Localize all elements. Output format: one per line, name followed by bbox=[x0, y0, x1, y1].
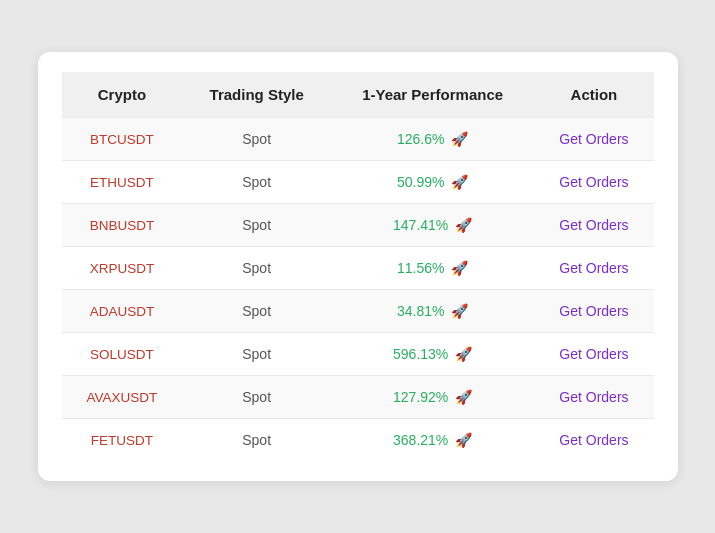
action-cell: Get Orders bbox=[534, 161, 653, 204]
action-cell: Get Orders bbox=[534, 419, 653, 462]
get-orders-link[interactable]: Get Orders bbox=[559, 174, 628, 190]
crypto-name: ADAUSDT bbox=[62, 290, 183, 333]
get-orders-link[interactable]: Get Orders bbox=[559, 389, 628, 405]
table-row: XRPUSDTSpot11.56% 🚀Get Orders bbox=[62, 247, 654, 290]
rocket-icon: 🚀 bbox=[455, 432, 472, 448]
trading-style: Spot bbox=[182, 419, 330, 462]
rocket-icon: 🚀 bbox=[455, 389, 472, 405]
trading-style: Spot bbox=[182, 376, 330, 419]
header-performance: 1-Year Performance bbox=[331, 72, 534, 118]
get-orders-link[interactable]: Get Orders bbox=[559, 303, 628, 319]
performance-value: 11.56% 🚀 bbox=[331, 247, 534, 290]
table-row: SOLUSDTSpot596.13% 🚀Get Orders bbox=[62, 333, 654, 376]
table-row: BTCUSDTSpot126.6% 🚀Get Orders bbox=[62, 118, 654, 161]
performance-value: 50.99% 🚀 bbox=[331, 161, 534, 204]
header-crypto: Crypto bbox=[62, 72, 183, 118]
rocket-icon: 🚀 bbox=[451, 174, 468, 190]
get-orders-link[interactable]: Get Orders bbox=[559, 346, 628, 362]
action-cell: Get Orders bbox=[534, 204, 653, 247]
action-cell: Get Orders bbox=[534, 118, 653, 161]
performance-value: 127.92% 🚀 bbox=[331, 376, 534, 419]
performance-value: 34.81% 🚀 bbox=[331, 290, 534, 333]
table-row: AVAXUSDTSpot127.92% 🚀Get Orders bbox=[62, 376, 654, 419]
rocket-icon: 🚀 bbox=[451, 260, 468, 276]
rocket-icon: 🚀 bbox=[455, 217, 472, 233]
table-header-row: Crypto Trading Style 1-Year Performance … bbox=[62, 72, 654, 118]
action-cell: Get Orders bbox=[534, 333, 653, 376]
crypto-name: BNBUSDT bbox=[62, 204, 183, 247]
crypto-name: BTCUSDT bbox=[62, 118, 183, 161]
performance-value: 368.21% 🚀 bbox=[331, 419, 534, 462]
action-cell: Get Orders bbox=[534, 247, 653, 290]
trading-style: Spot bbox=[182, 247, 330, 290]
rocket-icon: 🚀 bbox=[451, 131, 468, 147]
crypto-name: FETUSDT bbox=[62, 419, 183, 462]
trading-style: Spot bbox=[182, 161, 330, 204]
performance-value: 147.41% 🚀 bbox=[331, 204, 534, 247]
crypto-name: AVAXUSDT bbox=[62, 376, 183, 419]
get-orders-link[interactable]: Get Orders bbox=[559, 217, 628, 233]
action-cell: Get Orders bbox=[534, 376, 653, 419]
table-row: ADAUSDTSpot34.81% 🚀Get Orders bbox=[62, 290, 654, 333]
get-orders-link[interactable]: Get Orders bbox=[559, 432, 628, 448]
rocket-icon: 🚀 bbox=[451, 303, 468, 319]
action-cell: Get Orders bbox=[534, 290, 653, 333]
trading-style: Spot bbox=[182, 290, 330, 333]
crypto-name: XRPUSDT bbox=[62, 247, 183, 290]
crypto-table: Crypto Trading Style 1-Year Performance … bbox=[62, 72, 654, 461]
trading-style: Spot bbox=[182, 118, 330, 161]
table-row: FETUSDTSpot368.21% 🚀Get Orders bbox=[62, 419, 654, 462]
crypto-name: SOLUSDT bbox=[62, 333, 183, 376]
get-orders-link[interactable]: Get Orders bbox=[559, 260, 628, 276]
trading-style: Spot bbox=[182, 204, 330, 247]
crypto-name: ETHUSDT bbox=[62, 161, 183, 204]
performance-value: 596.13% 🚀 bbox=[331, 333, 534, 376]
header-action: Action bbox=[534, 72, 653, 118]
get-orders-link[interactable]: Get Orders bbox=[559, 131, 628, 147]
main-card: Crypto Trading Style 1-Year Performance … bbox=[38, 52, 678, 481]
performance-value: 126.6% 🚀 bbox=[331, 118, 534, 161]
table-row: BNBUSDTSpot147.41% 🚀Get Orders bbox=[62, 204, 654, 247]
trading-style: Spot bbox=[182, 333, 330, 376]
rocket-icon: 🚀 bbox=[455, 346, 472, 362]
header-trading-style: Trading Style bbox=[182, 72, 330, 118]
table-row: ETHUSDTSpot50.99% 🚀Get Orders bbox=[62, 161, 654, 204]
